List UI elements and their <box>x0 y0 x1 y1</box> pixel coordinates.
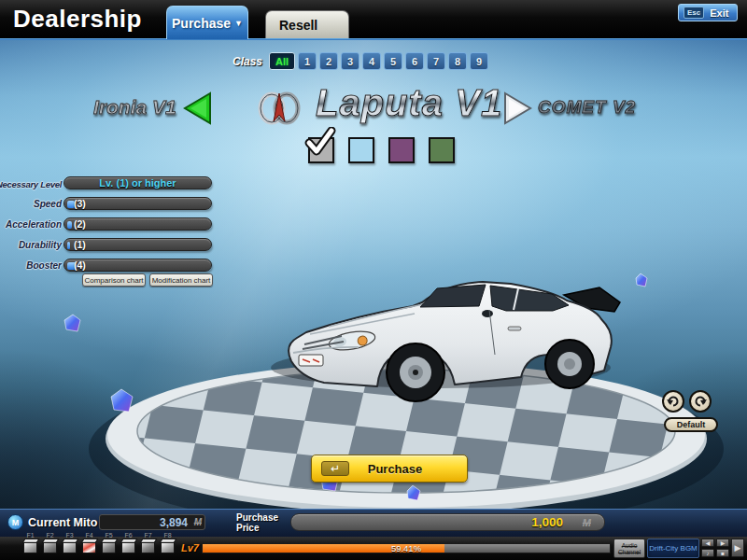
purchase-button[interactable]: ↵ Purchase <box>311 455 468 483</box>
class-selector: Class All 1 2 3 4 5 6 7 8 9 <box>233 52 488 70</box>
tab-purchase-label: Purchase <box>172 16 231 31</box>
brand-logo-icon <box>254 88 304 129</box>
header-divider <box>0 38 747 40</box>
enter-key-icon: ↵ <box>321 461 349 476</box>
booster-bar: (4) <box>63 259 212 272</box>
necessary-level-label: Necessary Level <box>0 179 62 189</box>
media-next-button[interactable]: ▶ <box>716 539 729 547</box>
class-button-all[interactable]: All <box>269 52 295 70</box>
f5-shortcut-icon[interactable] <box>102 541 116 553</box>
f4-shortcut-icon[interactable] <box>82 541 96 553</box>
modification-chart-button[interactable]: Modification chart <box>149 273 213 287</box>
color-swatch-green[interactable] <box>429 137 455 163</box>
xp-progress-text: 59.41% <box>203 544 610 553</box>
color-swatch-purple[interactable] <box>388 137 415 163</box>
dealership-screen: Dealership Purchase ▼ Resell Esc Exit <box>0 0 747 560</box>
class-button-4[interactable]: 4 <box>362 52 381 70</box>
exit-button[interactable]: Esc Exit <box>678 4 738 21</box>
taskbar: F1F2 F3F4 F5F6 F7F8 Lv7 59.41% Audio Cha… <box>0 537 747 560</box>
speed-bar: (3) <box>63 197 212 210</box>
f8-shortcut-icon[interactable] <box>161 541 175 553</box>
page-title: Dealership <box>13 5 142 34</box>
class-button-5[interactable]: 5 <box>384 52 402 70</box>
color-swatch-row <box>308 137 455 163</box>
media-play-button[interactable]: ▶ <box>731 539 744 557</box>
current-mito-label: Current Mito <box>28 516 97 529</box>
next-car-name: COMET V2 <box>538 97 636 118</box>
booster-value: (4) <box>74 259 86 271</box>
mito-currency-icon: M <box>7 514 23 530</box>
necessary-level-value: Lv. (1) or higher <box>64 177 211 189</box>
current-mito-field: 3,894 M <box>99 514 205 530</box>
bgm-track-display: Drift-City BGM <box>647 539 699 558</box>
rotate-cw-button[interactable] <box>689 390 712 413</box>
class-button-2[interactable]: 2 <box>319 52 338 70</box>
car-model[interactable] <box>271 282 620 401</box>
f6-shortcut-icon[interactable] <box>121 541 135 553</box>
default-view-button[interactable]: Default <box>664 417 718 432</box>
class-button-6[interactable]: 6 <box>405 52 424 70</box>
f7-shortcut-icon[interactable] <box>141 541 155 553</box>
acceleration-label: Acceleration <box>0 219 62 230</box>
class-button-7[interactable]: 7 <box>427 52 445 70</box>
selected-check-icon <box>303 127 336 157</box>
durability-bar: (1) <box>63 238 212 251</box>
class-button-1[interactable]: 1 <box>298 52 317 70</box>
fkey-shortcut-icons <box>21 541 177 553</box>
rotate-ccw-button[interactable] <box>662 390 684 413</box>
fkey-labels: F1F2 F3F4 F5F6 F7F8 <box>21 532 177 539</box>
tab-purchase[interactable]: Purchase ▼ <box>166 6 248 39</box>
class-button-9[interactable]: 9 <box>470 52 488 70</box>
rotate-cw-icon <box>693 394 708 409</box>
media-audio-button[interactable]: ♪ <box>701 549 714 557</box>
color-swatch-light-blue[interactable] <box>348 137 374 163</box>
class-button-3[interactable]: 3 <box>341 52 359 70</box>
purchase-button-label: Purchase <box>349 462 441 476</box>
tab-resell[interactable]: Resell <box>265 10 349 38</box>
speed-value: (3) <box>74 198 86 209</box>
previous-car-arrow[interactable] <box>181 91 213 126</box>
durability-value: (1) <box>74 239 86 250</box>
purchase-price-field: 1,000 M <box>290 513 605 531</box>
speed-label: Speed <box>0 199 62 209</box>
level-badge: Lv7 <box>181 542 199 553</box>
acceleration-bar: (2) <box>63 217 212 231</box>
currency-symbol: M <box>583 514 591 530</box>
next-car-arrow[interactable] <box>502 91 534 126</box>
class-label: Class <box>233 55 262 68</box>
f2-shortcut-icon[interactable] <box>43 541 57 553</box>
media-stop-button[interactable]: ■ <box>716 549 729 557</box>
purchase-price-value: 1,000 <box>531 514 563 530</box>
previous-car-name: Ironia V1 <box>93 96 176 119</box>
esc-key-badge: Esc <box>684 7 704 19</box>
dropdown-arrow-icon: ▼ <box>234 19 243 28</box>
top-bar: Dealership Purchase ▼ Resell Esc Exit <box>0 0 747 38</box>
f1-shortcut-icon[interactable] <box>23 541 37 553</box>
currency-symbol: M <box>194 515 202 529</box>
booster-label: Booster <box>0 260 62 271</box>
color-swatch-gray[interactable] <box>308 137 334 163</box>
acceleration-value: (2) <box>74 218 86 230</box>
durability-label: Durability <box>0 240 62 250</box>
comparison-chart-button[interactable]: Comparison chart <box>82 273 146 287</box>
media-controls: ◀ ▶ ♪ ■ ▶ <box>701 539 745 558</box>
purchase-price-label: Purchase Price <box>236 512 278 533</box>
durability-fill <box>67 242 70 249</box>
media-prev-button[interactable]: ◀ <box>701 539 714 547</box>
exit-label: Exit <box>710 7 728 19</box>
xp-progress-bar: 59.41% <box>202 543 611 553</box>
current-mito-value: 3,894 <box>160 515 188 529</box>
class-button-8[interactable]: 8 <box>448 52 467 70</box>
f3-shortcut-icon[interactable] <box>63 541 77 553</box>
acceleration-fill <box>67 221 72 229</box>
necessary-level-bar: Lv. (1) or higher <box>63 176 212 189</box>
rotate-ccw-icon <box>666 394 681 409</box>
audio-channel-badge[interactable]: Audio Channel <box>613 539 645 558</box>
current-car-name: Laputa V1 <box>316 82 502 124</box>
tab-resell-label: Resell <box>279 18 317 33</box>
